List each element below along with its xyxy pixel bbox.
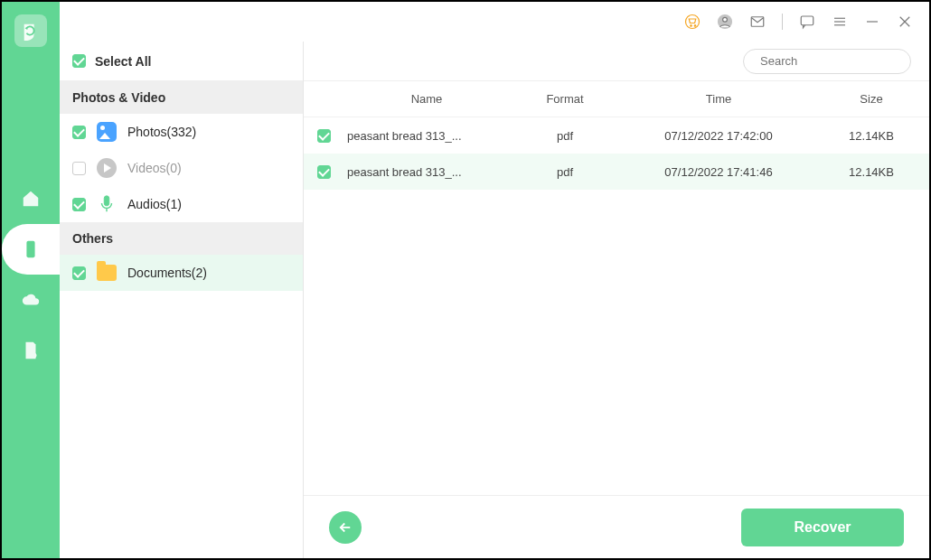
left-rail xyxy=(2,2,60,558)
checkbox-audios[interactable] xyxy=(72,198,86,211)
file-list-panel: Name Format Time Size peasant bread 313_… xyxy=(304,42,929,558)
sidebar-item-label: Videos(0) xyxy=(127,161,182,175)
mail-icon[interactable] xyxy=(749,14,766,30)
recover-label: Recover xyxy=(794,519,851,536)
menu-icon[interactable] xyxy=(832,14,848,30)
back-button[interactable] xyxy=(329,511,362,544)
app-window: Select All Photos & Video Photos(332) Vi… xyxy=(0,0,931,560)
section-header-others: Others xyxy=(60,222,303,255)
table-row[interactable]: peasant bread 313_... pdf 07/12/2022 17:… xyxy=(304,154,929,190)
svg-point-4 xyxy=(723,17,728,22)
sidebar-item-label: Documents(2) xyxy=(127,266,207,280)
app-logo-icon xyxy=(14,14,47,47)
sidebar-item-audios[interactable]: Audios(1) xyxy=(60,186,303,222)
feedback-icon[interactable] xyxy=(799,14,815,30)
body: Select All Photos & Video Photos(332) Vi… xyxy=(60,42,929,558)
select-all-row[interactable]: Select All xyxy=(60,42,303,81)
cell-format: pdf xyxy=(506,129,624,143)
cart-icon[interactable] xyxy=(684,14,701,30)
col-time[interactable]: Time xyxy=(624,92,813,106)
search-input[interactable] xyxy=(760,54,912,68)
cell-time: 07/12/2022 17:41:46 xyxy=(624,165,813,179)
col-format[interactable]: Format xyxy=(506,92,624,106)
table-header: Name Format Time Size xyxy=(304,81,929,117)
user-icon[interactable] xyxy=(717,14,733,30)
cell-time: 07/12/2022 17:42:00 xyxy=(624,129,813,143)
close-icon[interactable] xyxy=(897,14,913,30)
cell-format: pdf xyxy=(506,165,624,179)
nav-sdcard[interactable] xyxy=(2,325,60,376)
cell-size: 12.14KB xyxy=(813,129,929,143)
audios-icon xyxy=(97,194,117,214)
table-row[interactable]: peasant bread 313_... pdf 07/12/2022 17:… xyxy=(304,117,929,154)
svg-rect-0 xyxy=(26,241,34,257)
sidebar-item-label: Photos(332) xyxy=(127,125,196,139)
checkbox-documents[interactable] xyxy=(72,266,86,280)
minimize-icon[interactable] xyxy=(864,14,880,30)
nav-home[interactable] xyxy=(2,173,60,224)
content-toolbar xyxy=(304,42,929,81)
sidebar-item-label: Audios(1) xyxy=(127,197,182,211)
search-box[interactable] xyxy=(743,49,911,74)
cell-name: peasant bread 313_... xyxy=(343,165,506,179)
row-checkbox[interactable] xyxy=(317,129,331,143)
topbar xyxy=(60,2,929,42)
nav-device[interactable] xyxy=(2,224,60,275)
col-name[interactable]: Name xyxy=(343,92,506,106)
checkbox-videos[interactable] xyxy=(72,162,86,175)
cell-name: peasant bread 313_... xyxy=(343,129,506,143)
sidebar-item-videos[interactable]: Videos(0) xyxy=(60,150,303,186)
section-header-photos-video: Photos & Video xyxy=(60,81,303,114)
row-checkbox[interactable] xyxy=(317,165,331,179)
videos-icon xyxy=(97,158,117,178)
photos-icon xyxy=(97,122,117,142)
documents-icon xyxy=(97,263,117,283)
select-all-label: Select All xyxy=(95,54,152,69)
svg-rect-6 xyxy=(801,16,813,25)
arrow-left-icon xyxy=(337,519,353,536)
topbar-divider xyxy=(782,14,783,30)
cell-size: 12.14KB xyxy=(813,165,929,179)
select-all-checkbox[interactable] xyxy=(72,54,86,68)
svg-point-1 xyxy=(32,353,36,359)
main-area: Select All Photos & Video Photos(332) Vi… xyxy=(60,2,929,558)
spacer xyxy=(304,190,929,495)
col-size[interactable]: Size xyxy=(813,92,929,106)
footer: Recover xyxy=(304,495,929,558)
sidebar-item-documents[interactable]: Documents(2) xyxy=(60,255,303,291)
nav-cloud[interactable] xyxy=(2,275,60,325)
sidebar-item-photos[interactable]: Photos(332) xyxy=(60,114,303,150)
checkbox-photos[interactable] xyxy=(72,126,86,139)
svg-point-2 xyxy=(686,15,700,29)
category-sidebar: Select All Photos & Video Photos(332) Vi… xyxy=(60,42,304,558)
recover-button[interactable]: Recover xyxy=(741,509,904,546)
